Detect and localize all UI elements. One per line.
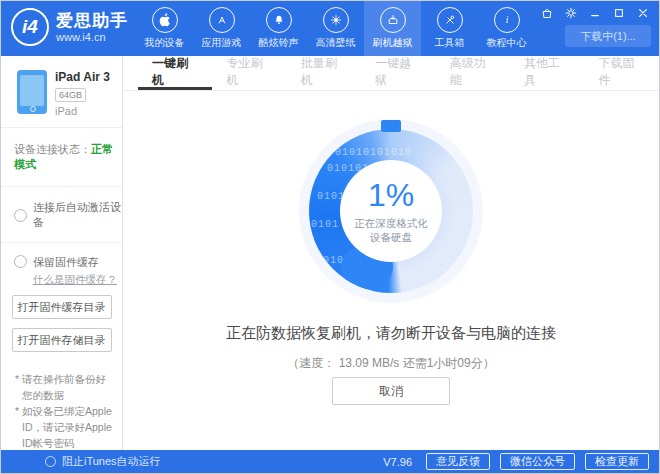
binary-decoration: 0101	[311, 219, 339, 230]
binary-decoration: 01010101010	[335, 147, 412, 158]
minimize-button[interactable]	[588, 6, 601, 19]
nav-item-flash-jailbreak[interactable]: 刷机越狱	[364, 1, 421, 56]
app-window: i4 爱思助手 www.i4.cn 我的设备 应用游戏	[0, 0, 660, 474]
apple-icon	[152, 7, 178, 33]
progress-percent: 1%	[368, 178, 414, 212]
i4-logo-icon: i4	[11, 8, 49, 46]
nav-item-ringtones[interactable]: 酷炫铃声	[250, 1, 307, 56]
tab-advanced[interactable]: 高级功能	[436, 56, 510, 90]
store-bag-icon[interactable]	[540, 6, 553, 19]
wrench-icon	[437, 7, 463, 33]
maximize-button[interactable]	[612, 6, 625, 19]
nav-item-wallpapers[interactable]: 高清壁纸	[307, 1, 364, 56]
flash-status-message: 正在防数据恢复刷机，请勿断开设备与电脑的连接	[123, 324, 659, 343]
feedback-button[interactable]: 意见反馈	[426, 453, 490, 470]
status-bar: 阻止iTunes自动运行 V7.96 意见反馈 微信公众号 检查更新	[1, 450, 659, 473]
nav-label: 教程中心	[487, 36, 527, 50]
settings-gear-icon[interactable]	[564, 6, 577, 19]
app-subtitle: www.i4.cn	[56, 31, 128, 44]
what-is-cache-link[interactable]: 什么是固件缓存？	[33, 273, 122, 287]
nav-item-toolbox[interactable]: 工具箱	[421, 1, 478, 56]
close-button[interactable]	[636, 6, 649, 19]
nav-label: 酷炫铃声	[259, 36, 299, 50]
wechat-account-button[interactable]: 微信公众号	[500, 453, 575, 470]
note-line: * 请在操作前备份好您的数据	[15, 371, 114, 403]
keep-cache-checkbox[interactable]	[14, 255, 27, 268]
bell-icon	[266, 7, 292, 33]
auto-activate-checkbox[interactable]	[14, 209, 27, 222]
flash-tabbar: 一键刷机 专业刷机 批量刷机 一键越狱 高级功能 其他工具 下载固件	[123, 56, 659, 91]
version-text: V7.96	[383, 456, 412, 468]
block-itunes-label: 阻止iTunes自动运行	[62, 454, 161, 469]
nav-item-my-device[interactable]: 我的设备	[136, 1, 193, 56]
device-model: iPad	[55, 105, 110, 117]
tab-one-key-jailbreak[interactable]: 一键越狱	[361, 56, 435, 90]
cancel-button[interactable]: 取消	[332, 377, 450, 405]
nav-label: 应用游戏	[202, 36, 242, 50]
note-line: * 如设备已绑定Apple ID，请记录好Apple ID帐号密码	[15, 403, 114, 451]
app-header: i4 爱思助手 www.i4.cn 我的设备 应用游戏	[1, 1, 659, 56]
app-logo: i4 爱思助手 www.i4.cn	[11, 8, 128, 46]
check-update-button[interactable]: 检查更新	[585, 453, 649, 470]
keep-cache-option: 保留固件缓存	[1, 243, 122, 270]
tab-download-firmware[interactable]: 下载固件	[585, 56, 659, 90]
keep-cache-label: 保留固件缓存	[33, 255, 99, 270]
nav-item-apps-games[interactable]: 应用游戏	[193, 1, 250, 56]
progress-stage: 正在深度格式化 设备硬盘	[354, 216, 428, 244]
itunes-option: 阻止iTunes自动运行	[45, 454, 161, 469]
speed-eta-text: （速度： 13.09 MB/s 还需1小时09分）	[123, 355, 659, 372]
connection-status: 设备连接状态：正常模式	[1, 128, 122, 187]
nav-label: 我的设备	[145, 36, 185, 50]
nav-label: 工具箱	[435, 36, 465, 50]
nav-item-tutorials[interactable]: i 教程中心	[478, 1, 535, 56]
flash-box-icon	[380, 7, 406, 33]
tab-one-key-flash[interactable]: 一键刷机	[138, 56, 212, 90]
progress-ring: 01010101010 010101010101 0101 0101 01010…	[309, 129, 473, 293]
auto-activate-option: 连接后自动激活设备	[1, 187, 122, 243]
nav-label: 刷机越狱	[373, 36, 413, 50]
tab-pro-flash[interactable]: 专业刷机	[212, 56, 286, 90]
auto-activate-label: 连接后自动激活设备	[33, 200, 122, 230]
ipad-device-icon	[17, 70, 47, 114]
main-nav: 我的设备 应用游戏 酷炫铃声 高清壁纸	[136, 1, 535, 56]
nav-label: 高清壁纸	[316, 36, 356, 50]
tab-batch-flash[interactable]: 批量刷机	[287, 56, 361, 90]
window-controls	[540, 6, 649, 19]
device-capacity-badge: 64GB	[55, 88, 86, 102]
device-card: iPad Air 3 64GB iPad	[1, 56, 122, 128]
connection-status-label: 设备连接状态：	[14, 143, 91, 155]
device-name: iPad Air 3	[55, 70, 110, 84]
progress-top-marker	[381, 120, 401, 132]
open-storage-dir-button[interactable]: 打开固件存储目录	[12, 328, 112, 352]
device-sidebar: iPad Air 3 64GB iPad 设备连接状态：正常模式 连接后自动激活…	[1, 56, 123, 450]
open-cache-dir-button[interactable]: 打开固件缓存目录	[12, 295, 112, 319]
tab-other-tools[interactable]: 其他工具	[510, 56, 584, 90]
app-title: 爱思助手	[56, 11, 128, 31]
downloading-button[interactable]: 下载中(1)...	[565, 25, 651, 47]
progress-center: 1% 正在深度格式化 设备硬盘	[340, 160, 442, 262]
wallpaper-flower-icon	[323, 7, 349, 33]
flash-progress-panel: 01010101010 010101010101 0101 0101 01010…	[123, 91, 659, 450]
footer-actions: V7.96 意见反馈 微信公众号 检查更新	[383, 453, 649, 470]
appstore-icon	[209, 7, 235, 33]
info-icon: i	[494, 7, 520, 33]
block-itunes-checkbox[interactable]	[45, 456, 56, 467]
svg-text:i: i	[505, 15, 508, 25]
